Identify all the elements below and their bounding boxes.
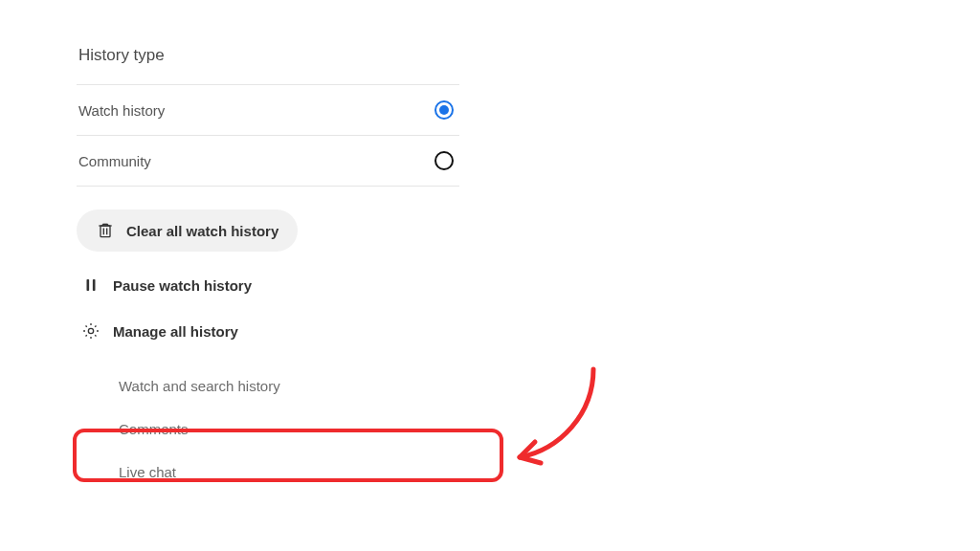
option-watch-history[interactable]: Watch history <box>77 85 459 135</box>
subitem-watch-search[interactable]: Watch and search history <box>77 364 459 408</box>
trash-icon <box>96 221 115 240</box>
svg-point-9 <box>88 328 93 333</box>
manage-sublist: Watch and search history Comments Live c… <box>77 364 459 494</box>
svg-rect-0 <box>100 226 110 237</box>
pause-watch-history-button[interactable]: Pause watch history <box>77 265 459 305</box>
radio-selected-icon[interactable] <box>434 100 454 120</box>
pause-icon <box>80 275 101 296</box>
svg-rect-7 <box>87 279 90 291</box>
manage-all-history-button[interactable]: Manage all history <box>77 311 459 351</box>
option-community[interactable]: Community <box>77 136 459 186</box>
action-label: Clear all watch history <box>126 223 278 239</box>
subitem-comments[interactable]: Comments <box>77 408 459 451</box>
option-label: Community <box>78 153 151 169</box>
option-label: Watch history <box>78 102 165 119</box>
annotation-arrow-icon <box>502 362 617 476</box>
history-type-panel: History type Watch history Community <box>77 46 459 494</box>
panel-heading: History type <box>78 46 459 65</box>
subitem-live-chat[interactable]: Live chat <box>77 451 459 494</box>
clear-watch-history-button[interactable]: Clear all watch history <box>77 209 459 252</box>
radio-unselected-icon[interactable] <box>434 151 454 170</box>
divider <box>77 186 459 187</box>
action-label: Manage all history <box>113 323 238 340</box>
gear-icon <box>80 320 101 342</box>
action-label: Pause watch history <box>113 277 252 294</box>
actions-list: Clear all watch history Pause watch hist… <box>77 209 459 494</box>
svg-rect-8 <box>93 279 96 291</box>
